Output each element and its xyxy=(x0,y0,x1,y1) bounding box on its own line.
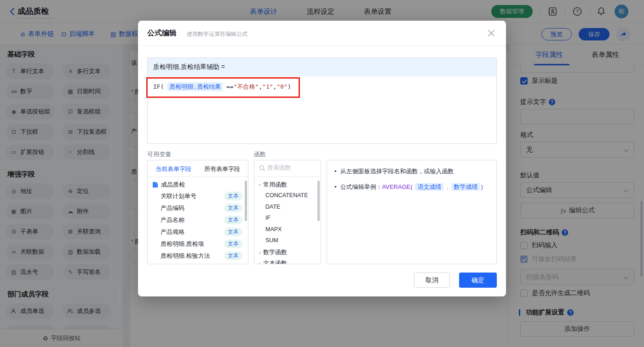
ok-button[interactable]: 确定 xyxy=(459,273,497,288)
tab-current-form-fields[interactable]: 当前表单字段 xyxy=(155,165,191,173)
function-item-mapx[interactable]: MAPX xyxy=(265,226,282,233)
type-badge: 文本 xyxy=(224,216,242,224)
chevron-collapsed-icon: › xyxy=(259,261,261,265)
chevron-collapsed-icon: › xyxy=(259,250,261,256)
form-doc-icon xyxy=(152,182,158,188)
formula-editor-box: 质检明细.质检结果辅助 = IF( 质检明细.质检结果 =="不合格","1",… xyxy=(147,57,497,144)
variable-name: 关联计划单号 xyxy=(161,192,196,200)
variables-tabs: 当前表单字段 所有表单字段 xyxy=(148,160,248,177)
cancel-button[interactable]: 取消 xyxy=(414,273,450,288)
formula-field-chip[interactable]: 质检明细.质检结果 xyxy=(167,82,223,91)
functions-panel: ›常用函数 CONCATENATE DATE IF MAPX SUM ›数学函数… xyxy=(254,160,321,264)
example-function-close: ) xyxy=(481,183,483,190)
variable-row[interactable]: 产品名称文本 xyxy=(148,215,248,226)
type-badge: 文本 xyxy=(224,204,242,212)
variables-root[interactable]: 成品质检 xyxy=(152,181,185,189)
function-item-if[interactable]: IF xyxy=(265,215,270,221)
help-panel: 从左侧面板选择字段名和函数，或输入函数 公式编辑举例：AVERAGE( 语文成绩… xyxy=(327,160,497,264)
example-separator: ， xyxy=(444,183,450,190)
type-badge: 文本 xyxy=(224,251,242,260)
group-label: 数学函数 xyxy=(263,248,287,256)
variable-name: 质检明细.质检项 xyxy=(161,240,204,248)
variable-row[interactable]: 质检明细.检验方法文本 xyxy=(148,250,248,262)
help-line-1: 从左侧面板选择字段名和函数，或输入函数 xyxy=(334,167,489,176)
help-example-prefix: 公式编辑举例： xyxy=(340,183,382,190)
modal-title: 公式编辑 xyxy=(147,28,177,38)
function-search xyxy=(254,160,321,177)
variables-label: 可用变量 xyxy=(147,150,171,159)
variable-name: 质检明细.检验方法 xyxy=(161,252,210,260)
close-button[interactable] xyxy=(488,29,496,38)
tab-all-form-fields[interactable]: 所有表单字段 xyxy=(204,165,240,173)
variable-row[interactable]: 质检明细.质检项文本 xyxy=(148,239,248,250)
field-chip: 语文成绩 xyxy=(415,183,443,191)
help-line-2: 公式编辑举例：AVERAGE( 语文成绩，数学成绩) xyxy=(334,182,489,192)
formula-edit-modal: 公式编辑 使用数学运算符编辑公式 质检明细.质检结果辅助 = IF( 质检明细.… xyxy=(138,21,506,296)
modal-subtitle: 使用数学运算符编辑公式 xyxy=(187,30,247,38)
formula-token: "1" xyxy=(262,83,273,90)
formula-token: ) xyxy=(288,83,291,90)
type-badge: 文本 xyxy=(224,192,242,200)
formula-token: , xyxy=(259,83,262,90)
variable-name: 产品编码 xyxy=(161,204,184,212)
example-function-open: AVERAGE( xyxy=(382,183,413,190)
variable-row[interactable]: 产品规格文本 xyxy=(148,227,248,238)
formula-token: == xyxy=(223,83,233,90)
variables-root-label: 成品质检 xyxy=(161,181,185,189)
modal-header: 公式编辑 使用数学运算符编辑公式 xyxy=(138,21,506,46)
variable-name: 产品名称 xyxy=(161,216,184,224)
function-group-math[interactable]: ›数学函数 xyxy=(259,248,287,256)
function-group-common[interactable]: ›常用函数 xyxy=(259,181,287,189)
formula-target-bar: 质检明细.质检结果辅助 = xyxy=(148,58,496,76)
type-badge: 文本 xyxy=(224,228,242,236)
field-chip: 数学成绩 xyxy=(451,183,480,191)
formula-token: "不合格" xyxy=(234,83,259,90)
variables-scrollbar[interactable] xyxy=(245,181,247,221)
variable-row[interactable]: 关联计划单号文本 xyxy=(148,191,248,202)
chevron-expanded-icon: › xyxy=(257,184,263,186)
function-item-sum[interactable]: SUM xyxy=(265,237,278,244)
formula-token: IF( xyxy=(153,83,167,90)
variables-panel: 当前表单字段 所有表单字段 成品质检 关联计划单号文本 产品编码文本 产品名称文… xyxy=(147,160,248,264)
functions-label: 函数 xyxy=(254,150,266,159)
variable-row[interactable]: 产品编码文本 xyxy=(148,203,248,214)
type-badge: 文本 xyxy=(224,239,242,248)
variable-name: 产品规格 xyxy=(161,228,184,236)
formula-code-area[interactable]: IF( 质检明细.质检结果 =="不合格","1","0") xyxy=(148,76,496,143)
close-icon xyxy=(488,29,495,37)
functions-scrollbar[interactable] xyxy=(317,181,320,221)
function-search-input[interactable] xyxy=(267,164,316,171)
function-group-text[interactable]: ›文本函数 xyxy=(259,259,287,264)
function-item-concatenate[interactable]: CONCATENATE xyxy=(265,192,308,199)
app-root: 成品质检 表单设计 流程设定 表单设置 数据管理 ? 检 ⊘ 表单外链 ⊡ 后端… xyxy=(0,0,644,347)
function-item-date[interactable]: DATE xyxy=(265,204,280,210)
group-label: 常用函数 xyxy=(263,181,287,189)
formula-token: "0" xyxy=(276,83,287,90)
search-icon xyxy=(259,165,265,171)
group-label: 文本函数 xyxy=(263,259,287,264)
